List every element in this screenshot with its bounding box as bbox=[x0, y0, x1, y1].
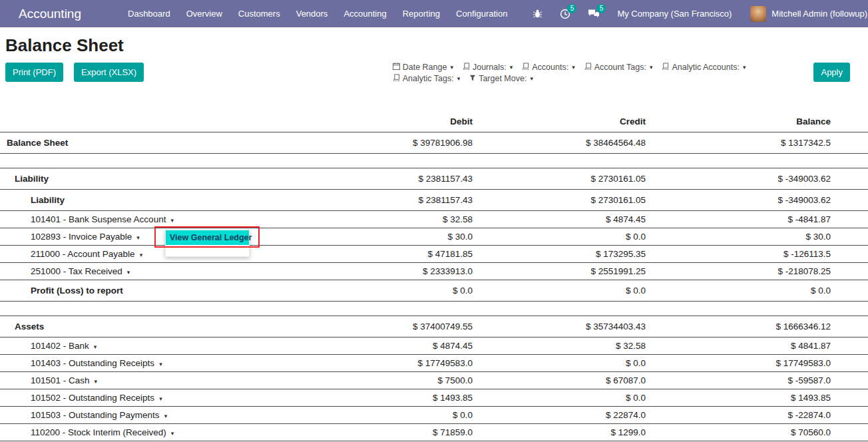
account-label[interactable]: 251000 - Tax Received bbox=[31, 266, 122, 276]
nav-item-accounting[interactable]: Accounting bbox=[335, 0, 394, 27]
debit-value: $ 37400749.55 bbox=[300, 316, 473, 337]
nav-item-vendors[interactable]: Vendors bbox=[288, 0, 336, 27]
account-dropdown-toggle-icon[interactable]: ▾ bbox=[94, 343, 97, 350]
balance-value: $ 30.0 bbox=[646, 228, 868, 245]
account-label[interactable]: 101501 - Cash bbox=[31, 375, 90, 385]
credit-value: $ 2551991.25 bbox=[473, 262, 646, 280]
apps-grid-icon[interactable] bbox=[9, 9, 11, 19]
messages-chat-icon[interactable]: 5 bbox=[588, 9, 600, 19]
spacer-row bbox=[0, 153, 868, 168]
balance-value: $ -126113.5 bbox=[646, 245, 868, 262]
messages-badge: 5 bbox=[596, 4, 606, 13]
filter-date-range[interactable]: Date Range▾ bbox=[393, 63, 453, 72]
report-row: Liability$ 2381157.43$ 2730161.05$ -3490… bbox=[0, 168, 868, 189]
account-dropdown-toggle-icon[interactable]: ▾ bbox=[127, 269, 130, 276]
apply-button[interactable]: Apply bbox=[813, 63, 850, 82]
balance-value: $ -4841.87 bbox=[646, 210, 868, 228]
account-dropdown-toggle-icon[interactable]: ▾ bbox=[95, 378, 98, 385]
nav-item-reporting[interactable]: Reporting bbox=[395, 0, 448, 27]
filter-target-move[interactable]: Target Move:▾ bbox=[469, 74, 533, 83]
account-label[interactable]: 101403 - Outstanding Receipts bbox=[31, 358, 154, 368]
app-name[interactable]: Accounting bbox=[19, 7, 81, 21]
filters-row1: Date Range▾Journals:▾Accounts:▾Account T… bbox=[393, 63, 756, 72]
account-label[interactable]: 101502 - Outstanding Receipts bbox=[31, 393, 154, 403]
report-row: 101502 - Outstanding Receipts▾$ 1493.85$… bbox=[0, 389, 868, 406]
account-dropdown-toggle-icon[interactable]: ▾ bbox=[159, 395, 162, 402]
print-pdf-button[interactable]: Print (PDF) bbox=[5, 63, 63, 82]
account-label[interactable]: 110200 - Stock Interim (Received) bbox=[31, 427, 166, 437]
filter-journals[interactable]: Journals:▾ bbox=[463, 63, 513, 72]
balance-column-header: Balance bbox=[646, 112, 868, 132]
report-row: 101501 - Cash▾$ 7500.0$ 67087.0$ -59587.… bbox=[0, 371, 868, 389]
chevron-down-icon: ▾ bbox=[510, 64, 513, 71]
account-dropdown-toggle-icon[interactable]: ▾ bbox=[136, 234, 140, 241]
credit-value: $ 2730161.05 bbox=[473, 189, 646, 210]
account-dropdown-toggle-icon[interactable]: ▾ bbox=[159, 361, 162, 367]
account-label[interactable]: 101402 - Bank bbox=[31, 341, 89, 351]
nav-item-customers[interactable]: Customers bbox=[230, 0, 288, 27]
account-label[interactable]: 102893 - Invoice Payable bbox=[31, 232, 132, 242]
controls-row: Print (PDF) Export (XLSX) Date Range▾Jou… bbox=[0, 63, 868, 85]
menu-item-view-general-ledger[interactable]: View General Ledger bbox=[166, 230, 249, 245]
report-row: Profit (Loss) to report$ 0.0$ 0.0$ 0.0 bbox=[0, 280, 868, 301]
debit-value: $ 17749583.0 bbox=[300, 354, 473, 371]
credit-value: $ 22874.0 bbox=[473, 406, 646, 423]
chevron-down-icon: ▾ bbox=[450, 64, 453, 71]
filters-row2: Analytic Tags:▾Target Move:▾ bbox=[393, 74, 756, 83]
nav-item-configuration[interactable]: Configuration bbox=[448, 0, 515, 27]
nav-item-dashboard[interactable]: Dashboard bbox=[120, 0, 178, 27]
account-dropdown-toggle-icon[interactable]: ▾ bbox=[164, 413, 168, 419]
label-column-header bbox=[0, 112, 300, 132]
account-dropdown-menu: View General Ledger bbox=[165, 230, 250, 257]
chevron-down-icon: ▾ bbox=[457, 75, 461, 82]
debit-column-header: Debit bbox=[300, 112, 473, 132]
main-content: Balance Sheet Print (PDF) Export (XLSX) … bbox=[0, 35, 868, 441]
filter-analytic-tags[interactable]: Analytic Tags:▾ bbox=[393, 74, 460, 83]
section-label: Balance Sheet bbox=[7, 138, 68, 148]
filters-panel: Date Range▾Journals:▾Accounts:▾Account T… bbox=[393, 63, 756, 85]
export-xlsx-button[interactable]: Export (XLSX) bbox=[74, 63, 144, 82]
credit-column-header: Credit bbox=[473, 112, 646, 132]
report-row: 110200 - Stock Interim (Received)▾$ 7185… bbox=[0, 423, 868, 441]
report-row: 211000 - Account Payable▾$ 47181.85$ 173… bbox=[0, 245, 868, 262]
bug-icon[interactable] bbox=[533, 9, 542, 19]
credit-value: $ 38464564.48 bbox=[473, 132, 646, 153]
section-label: Liability bbox=[31, 195, 65, 205]
account-label[interactable]: 101503 - Outstanding Payments bbox=[31, 410, 160, 420]
user-menu[interactable]: Mitchell Admin (followup) bbox=[771, 9, 867, 19]
activities-clock-icon[interactable]: 5 bbox=[560, 9, 570, 19]
filter-account-tags[interactable]: Account Tags:▾ bbox=[584, 63, 653, 72]
account-dropdown-toggle-icon[interactable]: ▾ bbox=[140, 252, 143, 258]
avatar[interactable] bbox=[750, 6, 766, 22]
balance-value: $ 17749583.0 bbox=[646, 354, 868, 371]
credit-value: $ 4874.45 bbox=[473, 210, 646, 228]
balance-value: $ 0.0 bbox=[646, 280, 868, 301]
calendar-icon bbox=[393, 63, 403, 72]
dropdown-empty-area bbox=[166, 245, 249, 256]
chevron-down-icon: ▾ bbox=[572, 64, 575, 71]
account-label[interactable]: 101401 - Bank Suspense Account bbox=[31, 214, 166, 224]
filter-accounts[interactable]: Accounts:▾ bbox=[522, 63, 574, 72]
balance-value: $ 70560.0 bbox=[646, 423, 868, 441]
debit-value: $ 2381157.43 bbox=[300, 168, 473, 189]
debit-value: $ 2333913.0 bbox=[300, 262, 473, 280]
balance-value: $ -349003.62 bbox=[646, 189, 868, 210]
balance-value: $ 1493.85 bbox=[646, 389, 868, 406]
balance-value: $ -349003.62 bbox=[646, 168, 868, 189]
debit-value: $ 4874.45 bbox=[300, 337, 473, 354]
company-switcher[interactable]: My Company (San Francisco) bbox=[617, 9, 732, 19]
credit-value: $ 173295.35 bbox=[473, 245, 646, 262]
account-label[interactable]: 211000 - Account Payable bbox=[31, 249, 135, 259]
report-row: Balance Sheet$ 39781906.98$ 38464564.48$… bbox=[0, 132, 868, 153]
account-dropdown-toggle-icon[interactable]: ▾ bbox=[170, 217, 174, 224]
credit-value: $ 0.0 bbox=[473, 280, 646, 301]
debit-value: $ 2381157.43 bbox=[300, 189, 473, 210]
balance-value: $ 4841.87 bbox=[646, 337, 868, 354]
filter-icon bbox=[469, 74, 479, 83]
book-icon bbox=[522, 63, 532, 72]
account-dropdown-toggle-icon[interactable]: ▾ bbox=[171, 430, 174, 437]
report-row: Assets$ 37400749.55$ 35734403.43$ 166634… bbox=[0, 316, 868, 337]
credit-value: $ 35734403.43 bbox=[473, 316, 646, 337]
filter-analytic-accounts[interactable]: Analytic Accounts:▾ bbox=[662, 63, 746, 72]
nav-item-overview[interactable]: Overview bbox=[178, 0, 230, 27]
